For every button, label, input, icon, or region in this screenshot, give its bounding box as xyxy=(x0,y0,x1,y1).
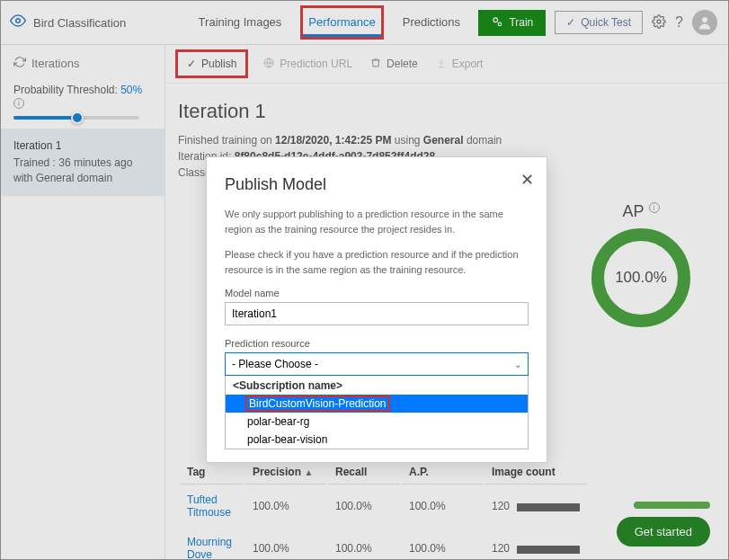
sidebar-iteration-item[interactable]: Iteration 1 Trained : 36 minutes ago wit… xyxy=(1,129,164,196)
count-value: 120 xyxy=(492,500,510,512)
check-icon: ✓ xyxy=(187,58,196,70)
trash-icon xyxy=(370,58,381,71)
model-name-input[interactable] xyxy=(225,302,529,325)
table-header-row: Tag Precision ▲ Recall A.P. Image count xyxy=(180,460,587,484)
model-name-label: Model name xyxy=(225,288,529,298)
finished-prefix: Finished training on xyxy=(178,134,275,147)
prob-threshold-label: Probability Threshold: xyxy=(13,84,118,96)
sort-asc-icon: ▲ xyxy=(304,467,313,477)
performance-table: Tag Precision ▲ Recall A.P. Image count … xyxy=(178,458,589,560)
dropdown-option[interactable]: polar-bear-vision xyxy=(226,431,528,449)
prediction-resource-dropdown: <Subscription name> BirdCustomVision-Pre… xyxy=(225,376,529,449)
iterations-label: Iterations xyxy=(31,57,79,70)
chevron-down-icon: ⌄ xyxy=(514,360,521,369)
threshold-slider[interactable] xyxy=(13,116,139,120)
th-ap[interactable]: A.P. xyxy=(402,460,483,484)
gears-icon xyxy=(491,15,503,31)
iterations-header[interactable]: Iterations xyxy=(1,45,164,78)
sidebar: Iterations Probability Threshold: 50% i … xyxy=(1,45,165,559)
dropdown-group-label: <Subscription name> xyxy=(226,376,528,395)
get-started-button[interactable]: Get started xyxy=(617,517,710,547)
export-label: Export xyxy=(452,58,484,70)
cell-recall: 100.0% xyxy=(328,529,400,560)
prediction-resource-select[interactable]: - Please Choose - ⌄ xyxy=(225,352,529,376)
check-icon: ✓ xyxy=(566,16,575,29)
th-precision[interactable]: Precision ▲ xyxy=(245,460,326,484)
ap-label: AP xyxy=(622,202,644,221)
tag-link[interactable]: Tufted Titmouse xyxy=(187,493,236,520)
dialog-title: Publish Model xyxy=(225,175,529,194)
slider-fill xyxy=(13,116,76,120)
delete-label: Delete xyxy=(387,58,418,70)
prediction-url-label: Prediction URL xyxy=(280,58,352,70)
ap-metric: AP i 100.0% xyxy=(591,202,690,327)
table-row: Tufted Titmouse 100.0% 100.0% 100.0% 120 xyxy=(180,486,587,527)
publish-model-dialog: ✕ Publish Model We only support publishi… xyxy=(206,156,547,463)
cell-count: 120 xyxy=(485,529,587,560)
cell-precision: 100.0% xyxy=(245,529,326,560)
finished-date: 12/18/2020, 1:42:25 PM xyxy=(275,134,391,147)
download-icon xyxy=(436,58,447,71)
iteration-item-title: Iteration 1 xyxy=(13,138,152,154)
tab-performance[interactable]: Performance xyxy=(303,8,380,37)
select-placeholder: - Please Choose - xyxy=(232,358,318,370)
th-tag[interactable]: Tag xyxy=(180,460,244,484)
count-bar xyxy=(517,546,580,554)
train-label: Train xyxy=(509,16,533,29)
quick-test-label: Quick Test xyxy=(581,16,631,29)
help-icon[interactable]: ? xyxy=(675,14,683,31)
option-label: BirdCustomVision-Prediction xyxy=(247,397,388,410)
iteration-item-subtitle: Trained : 36 minutes ago with General do… xyxy=(13,156,152,186)
logo-eye-icon xyxy=(10,13,26,32)
ap-value: 100.0% xyxy=(615,269,667,287)
tag-link[interactable]: Mourning Dove xyxy=(187,536,236,560)
train-button[interactable]: Train xyxy=(478,10,546,36)
domain-suffix: domain xyxy=(464,134,502,147)
settings-gear-icon[interactable] xyxy=(652,14,666,31)
topbar-actions: Train ✓ Quick Test ? xyxy=(478,10,717,36)
domain-name: General xyxy=(423,134,464,147)
iteration-toolbar: ✓ Publish Prediction URL Delete Export xyxy=(165,45,728,84)
prob-threshold-value: 50% xyxy=(120,84,142,96)
cell-precision: 100.0% xyxy=(245,486,326,527)
delete-button[interactable]: Delete xyxy=(370,58,418,71)
close-icon[interactable]: ✕ xyxy=(520,170,534,190)
th-recall[interactable]: Recall xyxy=(328,460,400,484)
dialog-text-1: We only support publishing to a predicti… xyxy=(225,207,529,236)
slider-thumb[interactable] xyxy=(71,111,84,124)
refresh-icon xyxy=(13,56,26,71)
export-button[interactable]: Export xyxy=(436,58,484,71)
publish-button[interactable]: ✓ Publish xyxy=(178,52,245,76)
th-precision-label: Precision xyxy=(253,466,301,478)
dropdown-option[interactable]: polar-bear-rg xyxy=(226,413,528,431)
table-row: Mourning Dove 100.0% 100.0% 100.0% 120 xyxy=(180,529,587,560)
tab-training-images[interactable]: Training Images xyxy=(193,8,288,37)
info-icon[interactable]: i xyxy=(649,202,660,213)
cell-count: 120 xyxy=(485,486,587,527)
prediction-url-button[interactable]: Prediction URL xyxy=(263,58,352,71)
finished-line: Finished training on 12/18/2020, 1:42:25… xyxy=(178,132,716,148)
publish-label: Publish xyxy=(201,58,236,70)
prediction-resource-label: Prediction resource xyxy=(225,338,529,349)
ap-circle: 100.0% xyxy=(591,228,690,327)
cell-ap: 100.0% xyxy=(402,529,483,560)
globe-icon xyxy=(263,58,274,71)
probability-threshold: Probability Threshold: 50% i xyxy=(1,78,164,129)
ap-label-row: AP i xyxy=(591,202,690,221)
nav-tabs: Training Images Performance Predictions xyxy=(180,8,478,37)
cell-recall: 100.0% xyxy=(328,486,400,527)
quick-test-button[interactable]: ✓ Quick Test xyxy=(555,11,643,34)
count-value: 120 xyxy=(492,542,510,555)
user-avatar[interactable] xyxy=(692,10,717,35)
svg-point-1 xyxy=(493,17,498,22)
svg-point-4 xyxy=(702,17,707,22)
cell-ap: 100.0% xyxy=(402,486,483,527)
tab-predictions[interactable]: Predictions xyxy=(397,8,466,37)
th-image-count[interactable]: Image count xyxy=(485,460,587,484)
top-bar: Bird Classification Training Images Perf… xyxy=(1,1,728,45)
progress-segment xyxy=(634,502,710,509)
info-icon[interactable]: i xyxy=(13,98,24,109)
project-name: Bird Classification xyxy=(33,16,126,30)
dropdown-option-selected[interactable]: BirdCustomVision-Prediction xyxy=(226,395,528,413)
iteration-heading: Iteration 1 xyxy=(165,84,728,132)
